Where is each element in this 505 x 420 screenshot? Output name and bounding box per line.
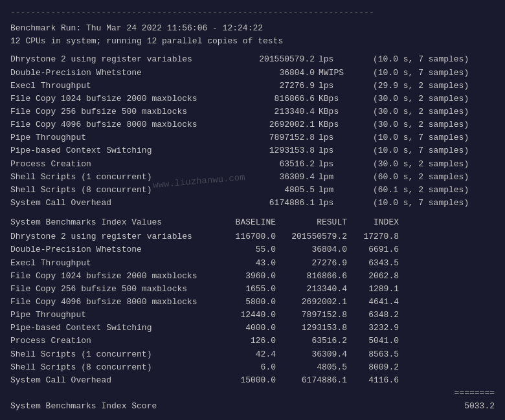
benchmark-row: Dhrystone 2 using register variables 201…: [10, 53, 495, 66]
header-line2: 12 CPUs in system; running 12 parallel c…: [10, 35, 495, 48]
idx-row-result: 6174886.1: [276, 374, 347, 387]
idx-row-name: File Copy 256 bufsize 500 maxblocks: [10, 283, 211, 296]
idx-row-index: 6691.6: [347, 243, 399, 256]
bench-value: 213340.4: [211, 105, 315, 118]
benchmark-row: Pipe Throughput 7897152.8 lps (10.0 s, 7…: [10, 131, 495, 144]
idx-row-index: 8009.2: [347, 361, 399, 374]
idx-row-result: 63516.2: [276, 335, 347, 348]
benchmark-row: File Copy 256 bufsize 500 maxblocks 2133…: [10, 105, 495, 118]
bench-unit: lpm: [315, 184, 373, 197]
benchmark-row: Process Creation 63516.2 lps (30.0 s, 2 …: [10, 158, 495, 171]
header-line1: Benchmark Run: Thu Mar 24 2022 11:56:06 …: [10, 22, 495, 35]
idx-row-index: 6343.5: [347, 257, 399, 270]
bench-value: 27276.9: [211, 80, 315, 93]
index-data-row: Execl Throughput 43.0 27276.9 6343.5: [10, 257, 495, 270]
idx-row-index: 8563.5: [347, 348, 399, 361]
top-divider: ----------------------------------------…: [10, 6, 495, 19]
bench-samples: (10.0 s, 7 samples): [373, 53, 469, 66]
idx-row-name: System Call Overhead: [10, 374, 211, 387]
idx-row-baseline: 3960.0: [211, 270, 276, 283]
bench-samples: (60.1 s, 2 samples): [373, 184, 469, 197]
index-header-row: System Benchmarks Index Values BASELINE …: [10, 216, 495, 229]
bench-samples: (10.0 s, 7 samples): [373, 144, 469, 157]
bench-name: Shell Scripts (1 concurrent): [10, 171, 211, 184]
idx-row-result: 2692002.1: [276, 296, 347, 309]
bench-name: Shell Scripts (8 concurrent): [10, 184, 211, 197]
idx-row-baseline: 15000.0: [211, 374, 276, 387]
idx-row-name: Process Creation: [10, 335, 211, 348]
bench-unit: lps: [315, 80, 373, 93]
idx-row-index: 4116.6: [347, 374, 399, 387]
index-data-row: Double-Precision Whetstone 55.0 36804.0 …: [10, 243, 495, 256]
index-data-row: Pipe Throughput 12440.0 7897152.8 6348.2: [10, 309, 495, 322]
index-data-row: File Copy 4096 bufsize 8000 maxblocks 58…: [10, 296, 495, 309]
idx-row-baseline: 12440.0: [211, 309, 276, 322]
header-section: ----------------------------------------…: [10, 6, 495, 48]
idx-row-index: 4641.4: [347, 296, 399, 309]
benchmark-row: Execl Throughput 27276.9 lps (29.9 s, 2 …: [10, 80, 495, 93]
bench-unit: lpm: [315, 171, 373, 184]
idx-row-baseline: 42.4: [211, 348, 276, 361]
bench-samples: (29.9 s, 2 samples): [373, 80, 469, 93]
idx-row-index: 17270.8: [347, 230, 399, 243]
benchmark-row: File Copy 1024 bufsize 2000 maxblocks 81…: [10, 93, 495, 105]
idx-row-result: 816866.6: [276, 270, 347, 283]
bench-unit: KBps: [315, 93, 373, 105]
bench-unit: KBps: [315, 118, 373, 131]
baseline-col-header: BASELINE: [211, 216, 276, 229]
bench-name: Execl Throughput: [10, 80, 211, 93]
idx-row-index: 5041.0: [347, 335, 399, 348]
bench-name: File Copy 256 bufsize 500 maxblocks: [10, 105, 211, 118]
score-line: System Benchmarks Index Score 5033.2: [10, 400, 495, 413]
idx-row-index: 1289.1: [347, 283, 399, 296]
index-data-row: Shell Scripts (1 concurrent) 42.4 36309.…: [10, 348, 495, 361]
bench-name: Process Creation: [10, 158, 211, 171]
bench-value: 2692002.1: [211, 118, 315, 131]
result-col-header: RESULT: [276, 216, 347, 229]
benchmark-row: Shell Scripts (8 concurrent) 4805.5 lpm …: [10, 184, 495, 197]
bench-samples: (30.0 s, 2 samples): [373, 93, 469, 105]
bench-value: 7897152.8: [211, 131, 315, 144]
index-data-row: File Copy 256 bufsize 500 maxblocks 1655…: [10, 283, 495, 296]
idx-row-name: File Copy 1024 bufsize 2000 maxblocks: [10, 270, 211, 283]
bench-name: Dhrystone 2 using register variables: [10, 53, 211, 66]
bench-value: 1293153.8: [211, 144, 315, 157]
bench-name: Double-Precision Whetstone: [10, 67, 211, 80]
bench-unit: lps: [315, 158, 373, 171]
idx-row-result: 7897152.8: [276, 309, 347, 322]
idx-row-baseline: 1655.0: [211, 283, 276, 296]
index-data-row: File Copy 1024 bufsize 2000 maxblocks 39…: [10, 270, 495, 283]
idx-row-name: Double-Precision Whetstone: [10, 243, 211, 256]
bench-value: 36309.4: [211, 171, 315, 184]
idx-row-result: 213340.4: [276, 283, 347, 296]
index-data-row: Pipe-based Context Switching 4000.0 1293…: [10, 322, 495, 335]
idx-row-baseline: 126.0: [211, 335, 276, 348]
index-section: System Benchmarks Index Values BASELINE …: [10, 216, 495, 413]
idx-row-result: 1293153.8: [276, 322, 347, 335]
benchmark-row: Double-Precision Whetstone 36804.0 MWIPS…: [10, 67, 495, 80]
idx-row-name: Pipe Throughput: [10, 309, 211, 322]
bench-unit: lps: [315, 197, 373, 210]
bench-samples: (10.0 s, 7 samples): [373, 197, 469, 210]
benchmark-row: File Copy 4096 bufsize 8000 maxblocks 26…: [10, 118, 495, 131]
idx-row-result: 36804.0: [276, 243, 347, 256]
bench-value: 4805.5: [211, 184, 315, 197]
bench-unit: KBps: [315, 105, 373, 118]
idx-row-result: 36309.4: [276, 348, 347, 361]
idx-row-name: File Copy 4096 bufsize 8000 maxblocks: [10, 296, 211, 309]
index-data-row: Process Creation 126.0 63516.2 5041.0: [10, 335, 495, 348]
bench-samples: (60.0 s, 2 samples): [373, 171, 469, 184]
score-label: System Benchmarks Index Score: [10, 400, 443, 413]
idx-row-index: 2062.8: [347, 270, 399, 283]
benchmark-row: Shell Scripts (1 concurrent) 36309.4 lpm…: [10, 171, 495, 184]
bench-value: 6174886.1: [211, 197, 315, 210]
bench-unit: lps: [315, 131, 373, 144]
idx-row-index: 6348.2: [347, 309, 399, 322]
score-value: 5033.2: [443, 400, 495, 413]
terminal-window: ----------------------------------------…: [10, 6, 495, 420]
index-data-row: Shell Scripts (8 concurrent) 6.0 4805.5 …: [10, 361, 495, 374]
index-rows-container: Dhrystone 2 using register variables 116…: [10, 230, 495, 387]
bench-value: 36804.0: [211, 67, 315, 80]
idx-row-baseline: 116700.0: [211, 230, 276, 243]
idx-row-result: 201550579.2: [276, 230, 347, 243]
